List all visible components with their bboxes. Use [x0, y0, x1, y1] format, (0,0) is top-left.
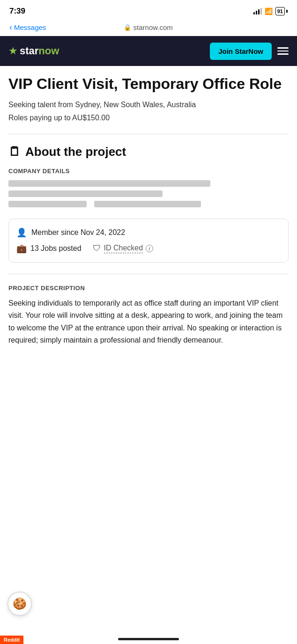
battery-tip [286, 10, 288, 13]
battery-indicator: 91 [275, 7, 288, 15]
company-details-label: COMPANY DETAILS [8, 168, 289, 175]
back-button[interactable]: ‹ Messages [9, 22, 46, 32]
jobs-posted-group: 💼 13 Jobs posted [16, 243, 82, 254]
project-description-label: PROJECT DESCRIPTION [8, 285, 289, 292]
about-label: About the project [25, 145, 126, 159]
id-checked-label: ID Checked [104, 244, 143, 253]
location-text: Seeking talent from Sydney, New South Wa… [8, 99, 289, 110]
id-checked-group: 🛡 ID Checked i [93, 243, 154, 253]
redacted-company-info [8, 180, 289, 211]
lock-icon: 🔒 [124, 24, 131, 31]
url-text: starnow.com [134, 23, 173, 31]
status-bar: 7:39 📶 91 [0, 0, 297, 21]
site-header: ★ starnow Join StarNow [0, 36, 297, 66]
battery-level: 91 [275, 7, 285, 15]
person-icon: 👤 [16, 227, 27, 238]
page-title: VIP Client Visit, Temporary Office Role [8, 75, 289, 93]
logo-text: starnow [20, 45, 59, 57]
star-icon: ★ [8, 45, 18, 57]
divider-2 [8, 274, 289, 274]
document-icon: 🗒 [8, 145, 21, 159]
redacted-line [8, 201, 87, 207]
redacted-line [8, 190, 163, 197]
main-content: VIP Client Visit, Temporary Office Role … [0, 66, 297, 356]
home-indicator [118, 638, 179, 640]
redacted-line [8, 180, 210, 187]
hamburger-menu-button[interactable] [277, 47, 289, 55]
hamburger-line [277, 53, 289, 55]
status-icons: 📶 91 [253, 7, 288, 15]
reddit-tag: Reddit [0, 636, 23, 644]
jobs-and-id-row: 💼 13 Jobs posted 🛡 ID Checked i [16, 243, 281, 254]
pay-text: Roles paying up to AU$150.00 [8, 112, 289, 124]
member-since-text: Member since Nov 24, 2022 [31, 228, 125, 237]
briefcase-icon: 💼 [16, 243, 27, 254]
wifi-icon: 📶 [265, 7, 273, 15]
status-time: 7:39 [9, 7, 25, 16]
hamburger-line [277, 51, 289, 52]
header-actions: Join StarNow [210, 43, 289, 60]
back-label: Messages [14, 23, 46, 31]
jobs-posted-text: 13 Jobs posted [30, 244, 82, 253]
info-icon[interactable]: i [146, 245, 153, 252]
company-card: 👤 Member since Nov 24, 2022 💼 13 Jobs po… [8, 219, 289, 263]
signal-icon [253, 8, 262, 15]
site-logo[interactable]: ★ starnow [8, 45, 59, 57]
member-since-row: 👤 Member since Nov 24, 2022 [16, 227, 281, 238]
navigation-bar: ‹ Messages 🔒 starnow.com [0, 21, 297, 36]
back-chevron-icon: ‹ [9, 22, 12, 32]
join-button[interactable]: Join StarNow [210, 43, 272, 60]
divider-1 [8, 134, 289, 134]
hamburger-line [277, 47, 289, 49]
redacted-line [94, 201, 200, 207]
shield-icon: 🛡 [93, 243, 101, 253]
cookie-consent-button[interactable]: 🍪 [7, 592, 32, 616]
project-description-text: Seeking individuals to temporarily act a… [8, 297, 289, 347]
address-bar[interactable]: 🔒 starnow.com [124, 23, 173, 31]
about-section-title: 🗒 About the project [8, 145, 289, 159]
